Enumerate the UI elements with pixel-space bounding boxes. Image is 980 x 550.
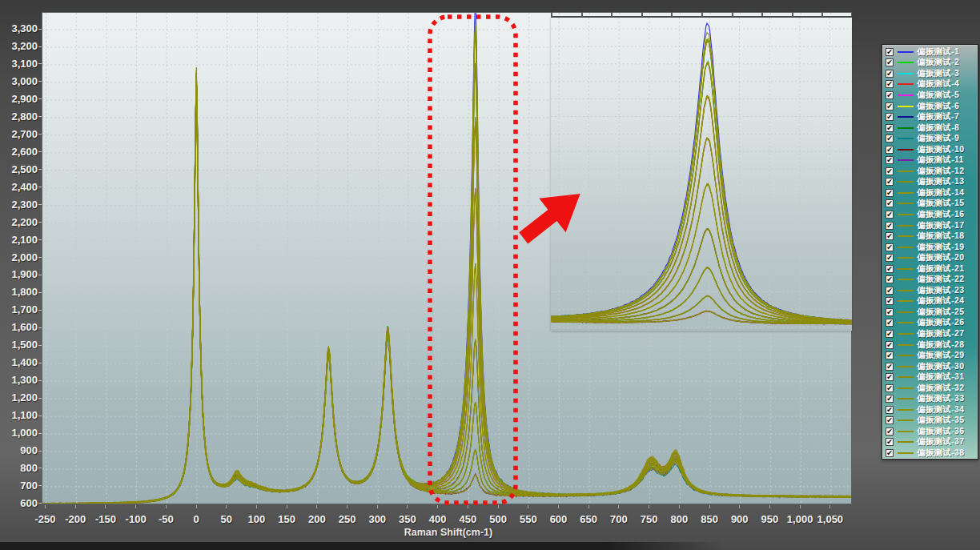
- series-color-swatch: [898, 214, 914, 215]
- y-tick-label: 1,700: [0, 303, 38, 315]
- x-tick-mark: [226, 505, 227, 508]
- series-checkbox[interactable]: ✔: [886, 308, 894, 316]
- inset-zoom-plot[interactable]: [551, 18, 852, 331]
- series-label: 偏振测试-22: [917, 274, 964, 285]
- series-checkbox[interactable]: ✔: [886, 254, 894, 262]
- series-checkbox[interactable]: ✔: [886, 48, 894, 56]
- legend-item-1[interactable]: ✔偏振测试-1: [886, 46, 978, 58]
- series-checkbox[interactable]: ✔: [886, 189, 894, 197]
- series-checkbox[interactable]: ✔: [886, 265, 894, 273]
- y-tick-label: 1,300: [0, 374, 38, 386]
- series-checkbox[interactable]: ✔: [886, 438, 894, 446]
- series-color-swatch: [898, 73, 914, 74]
- series-checkbox[interactable]: ✔: [886, 178, 894, 186]
- series-checkbox[interactable]: ✔: [886, 113, 894, 121]
- series-checkbox[interactable]: ✔: [886, 287, 894, 295]
- y-tick-mark: [38, 345, 42, 346]
- legend-item-36[interactable]: ✔偏振测试-36: [886, 426, 978, 437]
- legend-item-4[interactable]: ✔偏振测试-4: [886, 79, 978, 90]
- series-color-swatch: [898, 366, 914, 367]
- legend-item-34[interactable]: ✔偏振测试-34: [886, 404, 978, 416]
- x-tick-mark: [528, 505, 528, 508]
- y-tick-mark: [38, 63, 42, 64]
- legend-item-7[interactable]: ✔偏振测试-7: [886, 111, 978, 122]
- legend-item-31[interactable]: ✔偏振测试-31: [886, 371, 978, 383]
- series-checkbox[interactable]: ✔: [886, 156, 894, 164]
- series-checkbox[interactable]: ✔: [886, 199, 894, 207]
- series-label: 偏振测试-5: [917, 90, 959, 101]
- series-checkbox[interactable]: ✔: [886, 211, 894, 219]
- series-color-swatch: [898, 279, 914, 280]
- series-checkbox[interactable]: ✔: [886, 319, 894, 327]
- legend-item-14[interactable]: ✔偏振测试-14: [886, 187, 978, 199]
- legend-item-13[interactable]: ✔偏振测试-13: [886, 177, 978, 188]
- legend-item-24[interactable]: ✔偏振测试-24: [886, 296, 978, 307]
- legend-item-26[interactable]: ✔偏振测试-26: [886, 318, 978, 329]
- series-checkbox[interactable]: ✔: [886, 428, 894, 436]
- series-checkbox[interactable]: ✔: [886, 297, 894, 305]
- legend-item-30[interactable]: ✔偏振测试-30: [886, 361, 978, 372]
- legend-item-20[interactable]: ✔偏振测试-20: [886, 252, 978, 263]
- series-checkbox[interactable]: ✔: [886, 275, 894, 283]
- legend-item-32[interactable]: ✔偏振测试-32: [886, 383, 978, 394]
- series-checkbox[interactable]: ✔: [886, 449, 894, 457]
- x-tick-mark: [800, 505, 801, 508]
- legend-item-22[interactable]: ✔偏振测试-22: [886, 274, 978, 285]
- legend-item-35[interactable]: ✔偏振测试-35: [886, 416, 978, 427]
- series-checkbox[interactable]: ✔: [886, 363, 894, 371]
- series-legend[interactable]: ✔偏振测试-1✔偏振测试-2✔偏振测试-3✔偏振测试-4✔偏振测试-5✔偏振测试…: [882, 44, 978, 460]
- legend-item-5[interactable]: ✔偏振测试-5: [886, 90, 978, 101]
- series-checkbox[interactable]: ✔: [886, 124, 894, 132]
- legend-item-28[interactable]: ✔偏振测试-28: [886, 339, 978, 351]
- series-checkbox[interactable]: ✔: [886, 373, 894, 381]
- series-checkbox[interactable]: ✔: [886, 58, 894, 66]
- y-tick-mark: [38, 310, 42, 311]
- legend-item-16[interactable]: ✔偏振测试-16: [886, 209, 978, 220]
- series-checkbox[interactable]: ✔: [886, 167, 894, 175]
- series-checkbox[interactable]: ✔: [886, 222, 894, 230]
- legend-item-2[interactable]: ✔偏振测试-2: [886, 58, 978, 69]
- y-tick-label: 2,100: [0, 234, 38, 246]
- legend-item-6[interactable]: ✔偏振测试-6: [886, 101, 978, 112]
- legend-item-38[interactable]: ✔偏振测试-38: [886, 448, 978, 459]
- series-checkbox[interactable]: ✔: [886, 134, 894, 143]
- series-color-swatch: [898, 311, 914, 313]
- series-label: 偏振测试-10: [917, 144, 964, 155]
- y-tick-mark: [38, 485, 42, 486]
- legend-item-29[interactable]: ✔偏振测试-29: [886, 350, 978, 361]
- series-checkbox[interactable]: ✔: [886, 395, 894, 403]
- legend-item-3[interactable]: ✔偏振测试-3: [886, 68, 978, 79]
- series-label: 偏振测试-38: [917, 448, 964, 459]
- legend-item-8[interactable]: ✔偏振测试-8: [886, 122, 978, 134]
- legend-item-19[interactable]: ✔偏振测试-19: [886, 242, 978, 253]
- series-checkbox[interactable]: ✔: [886, 330, 894, 338]
- legend-item-10[interactable]: ✔偏振测试-10: [886, 144, 978, 155]
- legend-item-21[interactable]: ✔偏振测试-21: [886, 263, 978, 275]
- y-tick-label: 1,600: [0, 321, 38, 333]
- legend-item-9[interactable]: ✔偏振测试-9: [886, 133, 978, 144]
- series-checkbox[interactable]: ✔: [886, 91, 894, 99]
- legend-item-18[interactable]: ✔偏振测试-18: [886, 231, 978, 242]
- legend-item-25[interactable]: ✔偏振测试-25: [886, 307, 978, 318]
- series-checkbox[interactable]: ✔: [886, 102, 894, 110]
- series-checkbox[interactable]: ✔: [886, 243, 894, 251]
- legend-item-11[interactable]: ✔偏振测试-11: [886, 155, 978, 166]
- series-checkbox[interactable]: ✔: [886, 351, 894, 359]
- legend-item-37[interactable]: ✔偏振测试-37: [886, 437, 978, 448]
- x-tick-mark: [287, 505, 287, 508]
- legend-item-33[interactable]: ✔偏振测试-33: [886, 394, 978, 405]
- legend-item-17[interactable]: ✔偏振测试-17: [886, 220, 978, 231]
- legend-item-23[interactable]: ✔偏振测试-23: [886, 285, 978, 296]
- series-checkbox[interactable]: ✔: [886, 416, 894, 424]
- series-checkbox[interactable]: ✔: [886, 341, 894, 349]
- legend-item-12[interactable]: ✔偏振测试-12: [886, 166, 978, 177]
- series-checkbox[interactable]: ✔: [886, 232, 894, 240]
- series-label: 偏振测试-25: [917, 307, 964, 318]
- series-checkbox[interactable]: ✔: [886, 146, 894, 154]
- series-checkbox[interactable]: ✔: [886, 70, 894, 78]
- legend-item-15[interactable]: ✔偏振测试-15: [886, 199, 978, 210]
- series-checkbox[interactable]: ✔: [886, 80, 894, 88]
- legend-item-27[interactable]: ✔偏振测试-27: [886, 328, 978, 339]
- series-checkbox[interactable]: ✔: [886, 384, 894, 392]
- series-checkbox[interactable]: ✔: [886, 406, 894, 414]
